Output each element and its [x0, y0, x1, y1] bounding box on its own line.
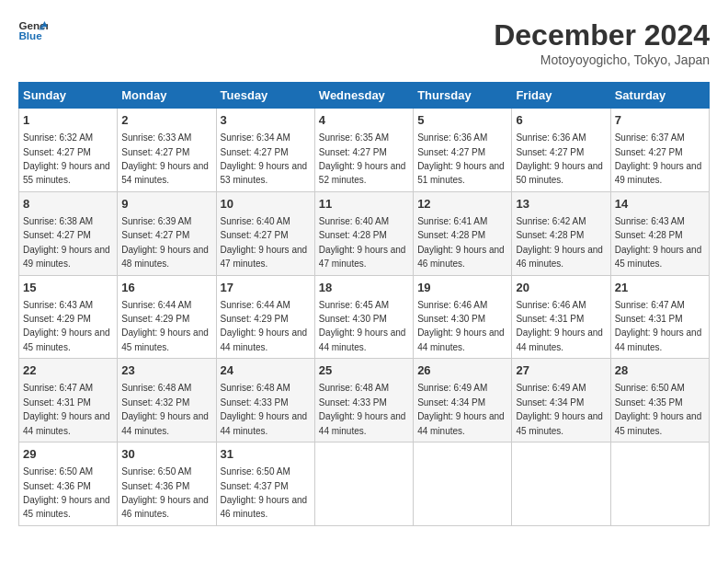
- day-info: Sunrise: 6:43 AMSunset: 4:28 PMDaylight:…: [615, 216, 702, 269]
- col-tuesday: Tuesday: [216, 83, 314, 109]
- day-number: 15: [23, 280, 113, 296]
- day-info: Sunrise: 6:44 AMSunset: 4:29 PMDaylight:…: [121, 300, 209, 352]
- empty-cell: [610, 442, 709, 526]
- day-number: 6: [516, 112, 606, 129]
- day-number: 3: [221, 112, 311, 129]
- day-info: Sunrise: 6:42 AMSunset: 4:28 PMDaylight:…: [516, 216, 603, 269]
- calendar-week-4: 22Sunrise: 6:47 AMSunset: 4:31 PMDayligh…: [19, 359, 710, 442]
- empty-cell: [512, 442, 610, 526]
- day-info: Sunrise: 6:48 AMSunset: 4:32 PMDaylight:…: [121, 383, 209, 435]
- day-number: 25: [319, 362, 409, 379]
- calendar-week-1: 1Sunrise: 6:32 AMSunset: 4:27 PMDaylight…: [19, 109, 710, 192]
- day-info: Sunrise: 6:34 AMSunset: 4:27 PMDaylight:…: [221, 132, 308, 185]
- day-info: Sunrise: 6:39 AMSunset: 4:27 PMDaylight:…: [121, 216, 209, 269]
- day-number: 20: [516, 280, 606, 296]
- day-cell-24: 24Sunrise: 6:48 AMSunset: 4:33 PMDayligh…: [216, 359, 314, 442]
- day-cell-9: 9Sunrise: 6:39 AMSunset: 4:27 PMDaylight…: [118, 191, 216, 275]
- calendar-week-3: 15Sunrise: 6:43 AMSunset: 4:29 PMDayligh…: [19, 275, 710, 359]
- day-info: Sunrise: 6:46 AMSunset: 4:30 PMDaylight:…: [417, 300, 505, 352]
- day-cell-7: 7Sunrise: 6:37 AMSunset: 4:27 PMDaylight…: [610, 109, 709, 192]
- day-cell-15: 15Sunrise: 6:43 AMSunset: 4:29 PMDayligh…: [19, 275, 118, 359]
- day-cell-31: 31Sunrise: 6:50 AMSunset: 4:37 PMDayligh…: [216, 442, 314, 526]
- day-cell-28: 28Sunrise: 6:50 AMSunset: 4:35 PMDayligh…: [610, 359, 709, 442]
- day-number: 23: [121, 362, 211, 379]
- day-number: 2: [121, 112, 211, 129]
- day-info: Sunrise: 6:44 AMSunset: 4:29 PMDaylight:…: [221, 300, 308, 352]
- day-cell-20: 20Sunrise: 6:46 AMSunset: 4:31 PMDayligh…: [512, 275, 610, 359]
- day-info: Sunrise: 6:40 AMSunset: 4:28 PMDaylight:…: [319, 216, 406, 269]
- day-number: 29: [23, 446, 113, 463]
- day-info: Sunrise: 6:33 AMSunset: 4:27 PMDaylight:…: [121, 132, 209, 185]
- empty-cell: [314, 442, 413, 526]
- day-number: 24: [221, 362, 311, 379]
- day-info: Sunrise: 6:43 AMSunset: 4:29 PMDaylight:…: [23, 300, 110, 352]
- day-cell-8: 8Sunrise: 6:38 AMSunset: 4:27 PMDaylight…: [19, 191, 118, 275]
- day-info: Sunrise: 6:45 AMSunset: 4:30 PMDaylight:…: [319, 300, 406, 352]
- day-number: 19: [417, 280, 507, 296]
- day-number: 8: [23, 196, 113, 213]
- day-number: 31: [221, 446, 311, 463]
- location-subtitle: Motoyoyogicho, Tokyo, Japan: [494, 52, 710, 67]
- day-info: Sunrise: 6:47 AMSunset: 4:31 PMDaylight:…: [615, 300, 702, 352]
- day-info: Sunrise: 6:50 AMSunset: 4:36 PMDaylight:…: [121, 466, 209, 519]
- day-info: Sunrise: 6:47 AMSunset: 4:31 PMDaylight:…: [23, 383, 110, 435]
- day-cell-13: 13Sunrise: 6:42 AMSunset: 4:28 PMDayligh…: [512, 191, 610, 275]
- day-number: 5: [417, 112, 507, 129]
- day-info: Sunrise: 6:49 AMSunset: 4:34 PMDaylight:…: [516, 383, 603, 435]
- svg-text:Blue: Blue: [18, 29, 42, 41]
- calendar-table: Sunday Monday Tuesday Wednesday Thursday…: [18, 82, 710, 526]
- day-info: Sunrise: 6:48 AMSunset: 4:33 PMDaylight:…: [221, 383, 308, 435]
- day-cell-4: 4Sunrise: 6:35 AMSunset: 4:27 PMDaylight…: [314, 109, 413, 192]
- day-info: Sunrise: 6:48 AMSunset: 4:33 PMDaylight:…: [319, 383, 406, 435]
- day-number: 26: [417, 362, 507, 379]
- day-cell-11: 11Sunrise: 6:40 AMSunset: 4:28 PMDayligh…: [314, 191, 413, 275]
- calendar-week-2: 8Sunrise: 6:38 AMSunset: 4:27 PMDaylight…: [19, 191, 710, 275]
- day-info: Sunrise: 6:35 AMSunset: 4:27 PMDaylight:…: [319, 132, 406, 185]
- day-info: Sunrise: 6:46 AMSunset: 4:31 PMDaylight:…: [516, 300, 603, 352]
- day-info: Sunrise: 6:37 AMSunset: 4:27 PMDaylight:…: [615, 132, 702, 185]
- day-info: Sunrise: 6:36 AMSunset: 4:27 PMDaylight:…: [516, 132, 603, 185]
- day-cell-19: 19Sunrise: 6:46 AMSunset: 4:30 PMDayligh…: [414, 275, 512, 359]
- day-info: Sunrise: 6:50 AMSunset: 4:36 PMDaylight:…: [23, 466, 110, 519]
- day-number: 14: [615, 196, 705, 213]
- empty-cell: [414, 442, 512, 526]
- day-info: Sunrise: 6:38 AMSunset: 4:27 PMDaylight:…: [23, 216, 110, 269]
- col-saturday: Saturday: [610, 83, 709, 109]
- day-number: 4: [319, 112, 409, 129]
- day-info: Sunrise: 6:50 AMSunset: 4:37 PMDaylight:…: [221, 466, 308, 519]
- col-wednesday: Wednesday: [314, 83, 413, 109]
- day-number: 21: [615, 280, 705, 296]
- col-thursday: Thursday: [414, 83, 512, 109]
- day-cell-29: 29Sunrise: 6:50 AMSunset: 4:36 PMDayligh…: [19, 442, 118, 526]
- day-cell-12: 12Sunrise: 6:41 AMSunset: 4:28 PMDayligh…: [414, 191, 512, 275]
- day-cell-14: 14Sunrise: 6:43 AMSunset: 4:28 PMDayligh…: [610, 191, 709, 275]
- day-cell-6: 6Sunrise: 6:36 AMSunset: 4:27 PMDaylight…: [512, 109, 610, 192]
- day-cell-30: 30Sunrise: 6:50 AMSunset: 4:36 PMDayligh…: [118, 442, 216, 526]
- day-number: 9: [121, 196, 211, 213]
- month-title: December 2024: [494, 18, 710, 52]
- col-sunday: Sunday: [19, 83, 118, 109]
- day-info: Sunrise: 6:40 AMSunset: 4:27 PMDaylight:…: [221, 216, 308, 269]
- day-number: 17: [221, 280, 311, 296]
- day-cell-22: 22Sunrise: 6:47 AMSunset: 4:31 PMDayligh…: [19, 359, 118, 442]
- day-cell-16: 16Sunrise: 6:44 AMSunset: 4:29 PMDayligh…: [118, 275, 216, 359]
- day-cell-5: 5Sunrise: 6:36 AMSunset: 4:27 PMDaylight…: [414, 109, 512, 192]
- day-number: 13: [516, 196, 606, 213]
- day-info: Sunrise: 6:41 AMSunset: 4:28 PMDaylight:…: [417, 216, 505, 269]
- day-info: Sunrise: 6:49 AMSunset: 4:34 PMDaylight:…: [417, 383, 505, 435]
- day-number: 16: [121, 280, 211, 296]
- day-number: 11: [319, 196, 409, 213]
- title-area: December 2024 Motoyoyogicho, Tokyo, Japa…: [494, 18, 710, 67]
- day-number: 22: [23, 362, 113, 379]
- day-info: Sunrise: 6:36 AMSunset: 4:27 PMDaylight:…: [417, 132, 505, 185]
- logo: General Blue: [18, 18, 48, 44]
- header: General Blue December 2024 Motoyoyogicho…: [18, 18, 710, 67]
- calendar-week-5: 29Sunrise: 6:50 AMSunset: 4:36 PMDayligh…: [19, 442, 710, 526]
- day-cell-18: 18Sunrise: 6:45 AMSunset: 4:30 PMDayligh…: [314, 275, 413, 359]
- day-number: 28: [615, 362, 705, 379]
- day-cell-26: 26Sunrise: 6:49 AMSunset: 4:34 PMDayligh…: [414, 359, 512, 442]
- col-monday: Monday: [118, 83, 216, 109]
- day-number: 27: [516, 362, 606, 379]
- day-number: 7: [615, 112, 705, 129]
- day-info: Sunrise: 6:50 AMSunset: 4:35 PMDaylight:…: [615, 383, 702, 435]
